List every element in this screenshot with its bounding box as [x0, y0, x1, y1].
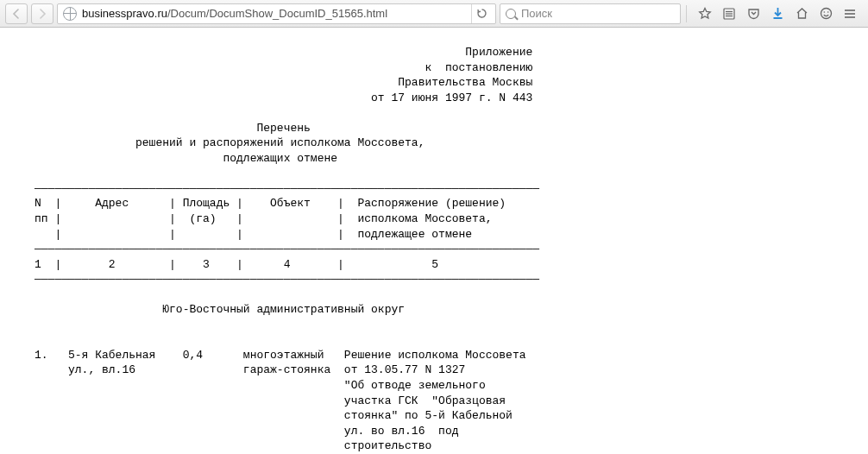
search-bar[interactable]: Поиск	[500, 3, 681, 24]
document-body: Приложение к постановлению Правительства…	[0, 28, 868, 454]
url-bar[interactable]: businesspravo.ru/Docum/DocumShow_DocumID…	[57, 3, 496, 24]
svg-point-6	[827, 11, 828, 13]
list-icon[interactable]	[721, 6, 737, 22]
search-icon	[506, 9, 516, 19]
forward-button[interactable]	[31, 3, 53, 24]
back-button[interactable]	[5, 3, 28, 24]
search-placeholder: Поиск	[521, 7, 552, 20]
smiley-icon[interactable]	[818, 6, 833, 22]
globe-icon	[63, 7, 77, 21]
download-icon[interactable]	[770, 6, 785, 22]
content-viewport[interactable]: Приложение к постановлению Правительства…	[0, 28, 868, 454]
star-icon[interactable]	[697, 6, 713, 22]
pocket-icon[interactable]	[745, 6, 761, 22]
browser-toolbar: businesspravo.ru/Docum/DocumShow_DocumID…	[0, 0, 868, 28]
home-icon[interactable]	[794, 6, 809, 22]
url-path: /Docum/DocumShow_DocumID_51565.html	[167, 7, 387, 20]
reload-button[interactable]	[471, 4, 492, 23]
svg-point-5	[823, 11, 825, 13]
svg-point-4	[821, 9, 831, 19]
url-host: businesspravo.ru	[82, 7, 167, 20]
menu-icon[interactable]	[842, 6, 858, 22]
url-text: businesspravo.ru/Docum/DocumShow_DocumID…	[82, 7, 469, 20]
toolbar-icons	[692, 6, 863, 22]
divider	[686, 5, 687, 22]
